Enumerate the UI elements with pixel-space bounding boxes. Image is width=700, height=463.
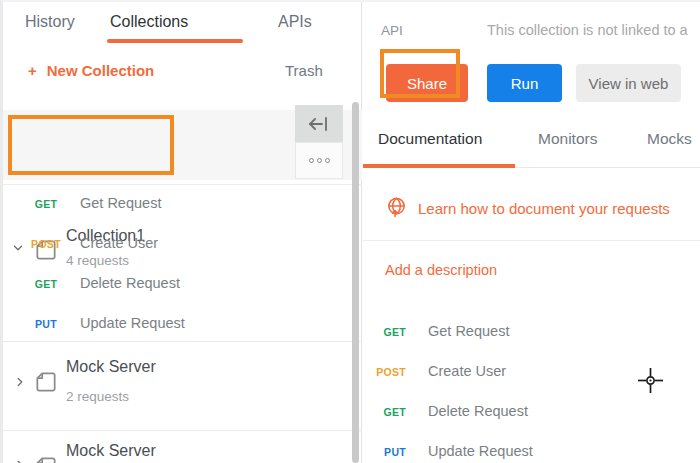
new-collection-label: New Collection [47,62,155,79]
request-label: Update Request [428,443,533,459]
trash-button[interactable]: Trash [285,62,323,79]
tab-monitors[interactable]: Monitors [538,130,597,148]
method-badge: GET [372,406,406,418]
request-label: Create User [80,235,158,251]
collapse-sidebar-button[interactable] [295,105,343,142]
annotation-box-share [380,49,460,98]
arrow-left-to-bar-icon [309,116,329,132]
folder-meta: 2 requests [66,389,129,404]
new-collection-button[interactable]: +New Collection [28,62,154,79]
method-badge: GET [31,278,61,290]
method-badge: PUT [31,318,61,330]
request-label: Update Request [80,315,185,331]
method-badge: POST [372,366,406,378]
request-label: Get Request [80,195,161,211]
method-badge: POST [31,238,61,250]
request-row-get-request[interactable]: GET Get Request [3,185,353,225]
request-row-delete-request[interactable]: GET Delete Request [363,393,693,433]
divider [363,240,700,241]
divider [3,341,362,342]
method-badge: GET [372,326,406,338]
active-tab-underline [363,164,515,168]
request-row-update-request[interactable]: PUT Update Request [363,433,693,463]
folder-name: Mock Server [66,442,156,460]
request-row-delete-request[interactable]: GET Delete Request [3,265,353,305]
view-in-web-button[interactable]: View in web [576,64,681,102]
add-description-link[interactable]: Add a description [385,262,497,278]
tab-apis[interactable]: APIs [278,13,312,31]
sidebar: History Collections APIs +New Collection… [3,2,362,463]
more-options-button[interactable] [295,142,343,179]
ellipsis-icon [309,158,314,163]
request-label: Delete Request [80,275,180,291]
tab-mocks[interactable]: Mocks [647,130,692,148]
active-tab-underline [107,39,243,43]
request-row-create-user[interactable]: POST Create User [3,225,353,265]
chevron-right-icon[interactable] [13,458,27,463]
collection-link-note: This collection is not linked to a [487,22,688,38]
api-label: API [381,23,403,38]
divider [3,430,362,431]
app-window: History Collections APIs +New Collection… [0,0,700,463]
annotation-box-collection [8,115,174,175]
method-badge: PUT [372,446,406,458]
sidebar-scrollbar[interactable] [352,102,359,463]
tab-history[interactable]: History [25,13,75,31]
collection-folder-icon [33,369,59,395]
folder-name: Mock Server [66,358,156,376]
learn-documentation-link[interactable]: Learn how to document your requests [418,200,670,217]
globe-publish-icon [385,196,408,219]
request-row-update-request[interactable]: PUT Update Request [3,305,353,345]
crosshair-cursor [637,367,664,394]
chevron-right-icon[interactable] [13,375,27,389]
run-button[interactable]: Run [487,64,562,102]
method-badge: GET [31,198,61,210]
request-label: Create User [428,363,506,379]
request-row-get-request[interactable]: GET Get Request [363,313,693,353]
request-label: Get Request [428,323,509,339]
collection-folder-icon [33,454,59,463]
plus-icon: + [28,62,37,79]
tab-documentation[interactable]: Documentation [378,130,482,148]
tab-collections[interactable]: Collections [110,13,188,31]
request-label: Delete Request [428,403,528,419]
